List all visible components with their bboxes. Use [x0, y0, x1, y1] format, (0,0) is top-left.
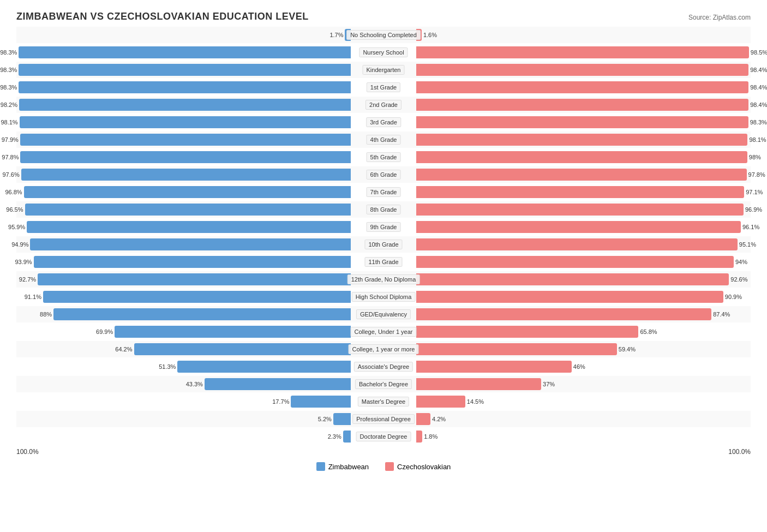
legend-item-czechoslovakian: Czechoslovakian	[385, 462, 451, 471]
left-value: 69.9%	[96, 328, 113, 335]
right-bar	[416, 116, 748, 128]
right-value: 87.4%	[713, 311, 730, 318]
right-bar	[416, 99, 748, 111]
left-bar	[205, 378, 351, 390]
row-label: 1st Grade	[367, 82, 400, 92]
left-value: 95.9%	[8, 224, 25, 230]
chart-row: 96.8% 7th Grade 97.1%	[16, 184, 751, 200]
row-label: 3rd Grade	[366, 117, 401, 127]
chart-row: 69.9% College, Under 1 year 65.8%	[16, 324, 751, 340]
left-bar	[38, 273, 351, 285]
left-bar	[134, 343, 351, 355]
left-value: 98.1%	[1, 119, 17, 125]
axis-right: 100.0%	[728, 448, 751, 456]
left-value: 98.2%	[1, 101, 17, 108]
right-value: 90.9%	[725, 294, 742, 300]
right-value: 98%	[749, 154, 761, 160]
chart-row: 98.2% 2nd Grade 98.4%	[16, 97, 751, 113]
chart-row: 1.7% No Schooling Completed 1.6%	[16, 27, 751, 43]
right-value: 95.1%	[739, 241, 756, 248]
left-value: 91.1%	[25, 294, 41, 300]
chart-row: 43.3% Bachelor's Degree 37%	[16, 376, 751, 392]
left-value: 97.9%	[2, 136, 19, 143]
right-value: 14.5%	[467, 398, 484, 405]
right-value: 4.2%	[432, 416, 446, 422]
left-bar	[34, 256, 351, 268]
left-value: 5.2%	[318, 416, 332, 422]
legend: Zimbabwean Czechoslovakian	[16, 462, 751, 471]
right-bar	[416, 221, 741, 233]
axis-left: 100.0%	[16, 448, 39, 456]
left-value: 96.5%	[6, 206, 23, 213]
row-label: GED/Equivalency	[356, 309, 411, 319]
chart-row: 98.3% Nursery School 98.5%	[16, 44, 751, 61]
right-bar	[416, 273, 729, 285]
left-bar	[20, 134, 351, 146]
right-value: 37%	[543, 381, 555, 387]
left-bar	[291, 396, 351, 408]
axis-labels: 100.0% 100.0%	[16, 448, 751, 456]
left-bar	[53, 308, 351, 320]
right-value: 1.8%	[424, 433, 438, 440]
chart-container: 1.7% No Schooling Completed 1.6% 98.3% N…	[16, 27, 751, 445]
left-bar	[333, 413, 351, 425]
right-bar	[416, 396, 465, 408]
row-label: High School Diploma	[352, 292, 416, 302]
left-bar	[30, 238, 351, 250]
right-bar	[416, 326, 638, 338]
left-value: 92.7%	[19, 276, 36, 283]
chart-row: 51.3% Associate's Degree 46%	[16, 358, 751, 375]
right-bar	[416, 308, 711, 320]
chart-row: 97.8% 5th Grade 98%	[16, 149, 751, 165]
right-bar	[416, 186, 744, 198]
chart-row: 96.5% 8th Grade 96.9%	[16, 201, 751, 218]
left-value: 98.3%	[0, 84, 17, 91]
row-label: Doctorate Degree	[356, 432, 411, 441]
left-bar	[21, 169, 351, 181]
right-bar	[416, 151, 747, 163]
right-bar	[416, 169, 747, 181]
right-value: 59.4%	[619, 346, 636, 352]
right-value: 92.6%	[730, 276, 747, 283]
left-bar	[43, 291, 351, 303]
chart-row: 64.2% College, 1 year or more 59.4%	[16, 341, 751, 357]
row-label: No Schooling Completed	[346, 30, 421, 40]
chart-row: 97.9% 4th Grade 98.1%	[16, 131, 751, 148]
legend-color-czechoslovakian	[385, 462, 394, 471]
row-label: 6th Grade	[367, 170, 401, 180]
right-value: 98.4%	[750, 101, 767, 108]
right-bar	[416, 361, 572, 373]
right-value: 98.1%	[749, 136, 766, 143]
chart-row: 97.6% 6th Grade 97.8%	[16, 166, 751, 183]
legend-color-zimbabwean	[316, 462, 325, 471]
row-label: College, 1 year or more	[349, 344, 419, 354]
row-label: 5th Grade	[367, 152, 401, 162]
right-bar	[416, 238, 738, 250]
right-value: 98.5%	[751, 49, 767, 56]
chart-row: 98.1% 3rd Grade 98.3%	[16, 114, 751, 130]
row-label: 4th Grade	[367, 135, 401, 145]
legend-item-zimbabwean: Zimbabwean	[316, 462, 369, 471]
right-bar	[416, 81, 748, 93]
chart-row: 94.9% 10th Grade 95.1%	[16, 236, 751, 253]
left-value: 64.2%	[115, 346, 132, 352]
right-value: 96.1%	[742, 224, 759, 230]
right-value: 97.1%	[746, 189, 763, 195]
right-value: 98.4%	[750, 67, 767, 73]
right-value: 1.6%	[423, 32, 437, 38]
chart-row: 5.2% Professional Degree 4.2%	[16, 411, 751, 427]
chart-row: 91.1% High School Diploma 90.9%	[16, 289, 751, 305]
chart-row: 2.3% Doctorate Degree 1.8%	[16, 428, 751, 445]
chart-row: 88% GED/Equivalency 87.4%	[16, 306, 751, 322]
left-value: 96.8%	[5, 189, 22, 195]
left-value: 93.9%	[15, 259, 32, 265]
left-value: 98.3%	[0, 67, 17, 73]
right-value: 65.8%	[640, 328, 657, 335]
right-value: 98.4%	[750, 84, 767, 91]
legend-label-zimbabwean: Zimbabwean	[328, 463, 369, 471]
left-value: 97.6%	[3, 171, 20, 178]
row-label: Associate's Degree	[354, 362, 413, 372]
left-bar	[24, 186, 351, 198]
right-value: 97.8%	[748, 171, 765, 178]
chart-row: 93.9% 11th Grade 94%	[16, 254, 751, 270]
